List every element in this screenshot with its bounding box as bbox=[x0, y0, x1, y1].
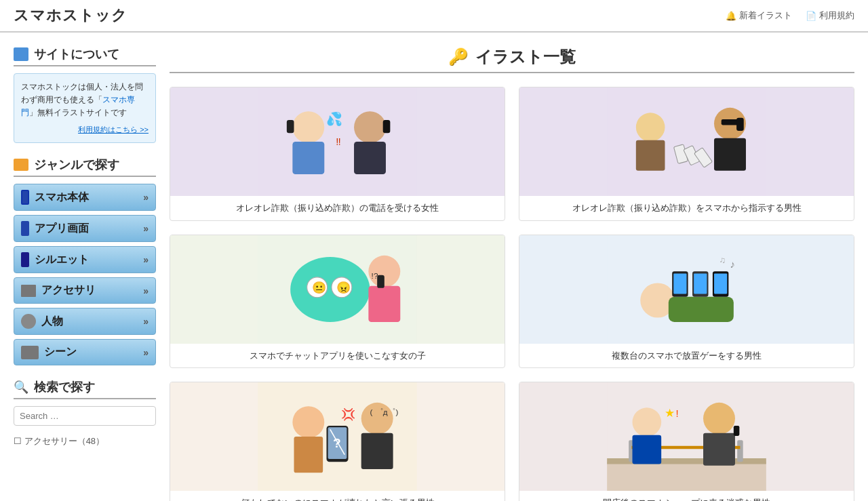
svg-point-1 bbox=[292, 111, 324, 143]
svg-text:‼: ‼ bbox=[336, 136, 340, 147]
chevron-icon-4: » bbox=[143, 285, 149, 296]
svg-text:😠: 😠 bbox=[336, 281, 351, 295]
svg-text:!?: !? bbox=[372, 271, 378, 280]
svg-rect-60 bbox=[703, 433, 735, 466]
key-icon: 🔑 bbox=[448, 47, 469, 66]
illust-image-3: 😐 😠 !? bbox=[170, 235, 505, 344]
svg-rect-16 bbox=[722, 119, 739, 125]
genre-title: ジャンルで探す bbox=[14, 157, 156, 177]
header: スマホストック 🔔 新着イラスト 📄 利用規約 bbox=[0, 0, 868, 33]
svg-rect-36 bbox=[694, 273, 707, 294]
svg-text:?: ? bbox=[333, 436, 341, 450]
chevron-icon: » bbox=[143, 192, 149, 203]
svg-rect-63 bbox=[734, 426, 740, 436]
terms-link[interactable]: 📄 利用規約 bbox=[806, 9, 854, 22]
silhouette-icon bbox=[21, 252, 29, 267]
svg-rect-27 bbox=[377, 275, 384, 287]
svg-rect-58 bbox=[633, 435, 662, 464]
genre-btn-smartphone[interactable]: スマホ本体 » bbox=[14, 184, 156, 211]
svg-point-41 bbox=[292, 406, 324, 438]
illust-caption-3: スマホでチャットアプリを使いこなす女の子 bbox=[170, 344, 505, 368]
illust-caption-4: 複数台のスマホで放置ゲーをする男性 bbox=[519, 344, 854, 368]
about-terms-link[interactable]: 利用規約はこちら >> bbox=[21, 124, 149, 136]
svg-point-59 bbox=[703, 403, 735, 435]
genre-section: ジャンルで探す スマホ本体 » アプリ画面 » bbox=[14, 157, 156, 365]
chevron-icon-2: » bbox=[143, 223, 149, 234]
content-title: 🔑 イラスト一覧 bbox=[170, 46, 854, 73]
svg-point-10 bbox=[636, 113, 665, 142]
svg-rect-31 bbox=[669, 296, 734, 321]
svg-rect-35 bbox=[673, 273, 686, 294]
scene-icon bbox=[21, 346, 39, 359]
header-links: 🔔 新着イラスト 📄 利用規約 bbox=[726, 9, 854, 22]
svg-rect-2 bbox=[292, 142, 324, 174]
new-illustrations-link[interactable]: 🔔 新着イラスト bbox=[726, 9, 792, 22]
illust-card-1[interactable]: 💦 ‼ オレオレ詐欺（振り込め詐欺）の電話を受ける女性 bbox=[170, 87, 505, 221]
illust-image-1: 💦 ‼ bbox=[170, 87, 505, 196]
chevron-icon-6: » bbox=[143, 347, 149, 358]
illust-card-5[interactable]: ? ( ゜д゜) 💢 何もしてないのにスマホが壊れたと言い張る男性 bbox=[170, 382, 505, 501]
illust-caption-6: 閉店後のスマホショップに来る迷惑な男性 bbox=[519, 491, 854, 501]
svg-rect-17 bbox=[714, 138, 746, 171]
illust-card-4[interactable]: ♪ ♫ 複数台のスマホで放置ゲーをする男性 bbox=[519, 235, 854, 369]
svg-text:♪: ♪ bbox=[730, 258, 735, 270]
bell-icon: 🔔 bbox=[726, 11, 736, 21]
main-layout: サイトについて スマホストックは個人・法人を問わず商用でも使える「スマホ専門」無… bbox=[0, 33, 868, 501]
genre-btn-silhouette[interactable]: シルエット » bbox=[14, 246, 156, 273]
document-icon: 📄 bbox=[806, 11, 816, 21]
illust-card-3[interactable]: 😐 😠 !? スマホでチャットアプリを使いこなす女の子 bbox=[170, 235, 505, 369]
site-logo: スマホストック bbox=[14, 5, 127, 26]
person-icon bbox=[21, 314, 36, 329]
svg-rect-18 bbox=[736, 118, 744, 131]
svg-point-4 bbox=[354, 111, 386, 143]
search-section: 🔍 検索で探す ☐ アクセサリー（48） bbox=[14, 379, 156, 449]
svg-text:💦: 💦 bbox=[327, 111, 343, 127]
svg-rect-37 bbox=[714, 273, 727, 294]
illust-caption-2: オレオレ詐欺（振り込め詐欺）をスマホから指示する男性 bbox=[519, 196, 854, 220]
folder-icon bbox=[14, 159, 28, 171]
about-icon bbox=[14, 47, 28, 61]
about-box: スマホストックは個人・法人を問わず商用でも使える「スマホ専門」無料イラストサイト… bbox=[14, 73, 156, 143]
illust-card-6[interactable]: ★ ! 閉店後のスマホショップに来る迷惑な男性 bbox=[519, 382, 854, 501]
content-area: 🔑 イラスト一覧 bbox=[170, 46, 854, 501]
illustration-grid: 💦 ‼ オレオレ詐欺（振り込め詐欺）の電話を受ける女性 bbox=[170, 87, 854, 501]
svg-point-20 bbox=[290, 257, 370, 322]
svg-text:♫: ♫ bbox=[719, 254, 726, 264]
chevron-icon-5: » bbox=[143, 316, 149, 327]
category-list: ☐ アクセサリー（48） bbox=[14, 434, 156, 449]
svg-rect-42 bbox=[294, 437, 323, 473]
illust-image-5: ? ( ゜д゜) 💢 bbox=[170, 382, 505, 491]
svg-rect-52 bbox=[607, 462, 766, 491]
smartphone-icon bbox=[21, 190, 29, 205]
accessory-icon bbox=[21, 285, 36, 297]
svg-text:( ゜д゜): ( ゜д゜) bbox=[370, 407, 399, 416]
app-icon bbox=[21, 221, 29, 236]
chevron-icon-3: » bbox=[143, 254, 149, 265]
illust-image-2 bbox=[519, 87, 854, 196]
illust-image-6: ★ ! bbox=[519, 382, 854, 491]
genre-btn-app[interactable]: アプリ画面 » bbox=[14, 215, 156, 242]
checkbox-icon: ☐ bbox=[14, 436, 22, 446]
svg-rect-11 bbox=[636, 140, 665, 171]
svg-rect-5 bbox=[354, 142, 386, 174]
genre-btn-accessory[interactable]: アクセサリ » bbox=[14, 277, 156, 304]
illust-caption-1: オレオレ詐欺（振り込め詐欺）の電話を受ける女性 bbox=[170, 196, 505, 220]
search-icon: 🔍 bbox=[14, 380, 28, 395]
svg-rect-48 bbox=[361, 433, 393, 469]
illust-image-4: ♪ ♫ bbox=[519, 235, 854, 344]
svg-rect-55 bbox=[737, 440, 743, 462]
illust-caption-5: 何もしてないのにスマホが壊れたと言い張る男性 bbox=[170, 491, 505, 501]
illust-card-2[interactable]: オレオレ詐欺（振り込め詐欺）をスマホから指示する男性 bbox=[519, 87, 854, 221]
svg-text:!: ! bbox=[676, 407, 679, 419]
svg-text:😐: 😐 bbox=[312, 281, 327, 295]
svg-rect-6 bbox=[383, 120, 391, 133]
genre-btn-scene[interactable]: シーン » bbox=[14, 339, 156, 365]
svg-rect-3 bbox=[287, 120, 294, 133]
svg-rect-26 bbox=[368, 285, 400, 321]
about-section-title: サイトについて bbox=[14, 46, 156, 66]
sidebar: サイトについて スマホストックは個人・法人を問わず商用でも使える「スマホ専門」無… bbox=[14, 46, 156, 501]
search-title: 🔍 検索で探す bbox=[14, 379, 156, 399]
search-input[interactable] bbox=[14, 406, 156, 426]
genre-btn-person[interactable]: 人物 » bbox=[14, 308, 156, 335]
svg-text:★: ★ bbox=[665, 407, 675, 420]
